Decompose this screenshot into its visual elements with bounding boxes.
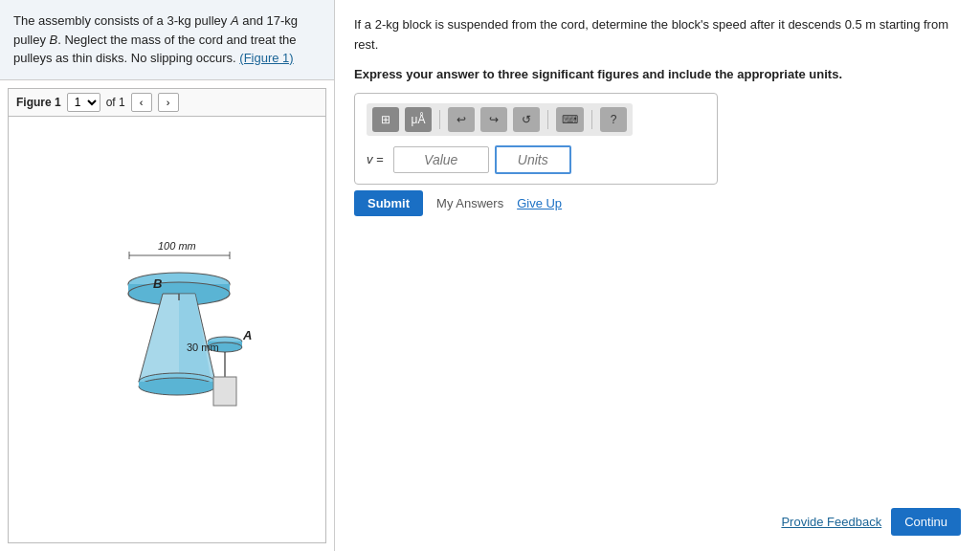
grid-icon: ⊞ [381, 113, 390, 126]
figure-toolbar: Figure 1 1 of 1 ‹ › [9, 89, 325, 117]
value-input[interactable] [393, 146, 489, 173]
continue-button[interactable]: Continu [891, 508, 961, 536]
svg-text:30 mm: 30 mm [187, 342, 219, 353]
mu-icon: μÅ [412, 113, 426, 126]
svg-text:A: A [242, 328, 252, 342]
help-icon: ? [611, 113, 617, 126]
figure-image: 100 mm B [62, 229, 273, 430]
svg-marker-9 [179, 294, 211, 377]
toolbar-divider-1 [439, 110, 440, 129]
figure-content: 100 mm B [9, 117, 325, 543]
submit-button[interactable]: Submit [354, 190, 423, 216]
svg-rect-12 [139, 382, 215, 386]
my-answers-link[interactable]: My Answers [436, 196, 503, 210]
redo-button[interactable]: ↪ [480, 107, 507, 132]
right-panel: If a 2-kg block is suspended from the co… [335, 0, 980, 551]
problem-description: The assembly consists of a 3-kg pulley A… [0, 0, 334, 80]
answer-box: ⊞ μÅ ↩ ↪ ↺ ⌨ ? v = [354, 93, 718, 185]
grid-icon-button[interactable]: ⊞ [372, 107, 399, 132]
keyboard-icon: ⌨ [562, 113, 578, 126]
units-input[interactable] [495, 145, 571, 174]
figure-label: Figure 1 [16, 96, 61, 109]
figure-select[interactable]: 1 [67, 93, 100, 112]
pulley-a-label: A [231, 13, 239, 28]
toolbar-divider-3 [591, 110, 592, 129]
mu-button[interactable]: μÅ [405, 107, 432, 132]
figure-panel: Figure 1 1 of 1 ‹ › 100 mm B [8, 88, 326, 544]
undo-button[interactable]: ↩ [448, 107, 475, 132]
figure-next-button[interactable]: › [158, 93, 179, 112]
svg-text:100 mm: 100 mm [158, 240, 196, 252]
figure-of-label: of 1 [106, 96, 125, 109]
figure-link[interactable]: (Figure 1) [239, 51, 293, 65]
pulley-b-label: B [50, 33, 58, 47]
svg-text:B: B [153, 276, 162, 291]
v-label: v = [367, 152, 384, 166]
refresh-icon: ↺ [522, 113, 531, 126]
give-up-link[interactable]: Give Up [517, 196, 562, 210]
help-button[interactable]: ? [600, 107, 627, 132]
formula-toolbar: ⊞ μÅ ↩ ↪ ↺ ⌨ ? [367, 103, 633, 136]
instructions-text: Express your answer to three significant… [354, 67, 961, 81]
action-row: Submit My Answers Give Up [354, 190, 961, 216]
input-row: v = [367, 145, 705, 174]
svg-rect-19 [213, 377, 236, 406]
feedback-link[interactable]: Provide Feedback [781, 515, 881, 529]
redo-icon: ↪ [489, 113, 499, 126]
question-text: If a 2-kg block is suspended from the co… [354, 15, 961, 55]
toolbar-divider-2 [547, 110, 548, 129]
left-panel: The assembly consists of a 3-kg pulley A… [0, 0, 335, 551]
figure-prev-button[interactable]: ‹ [131, 93, 152, 112]
keyboard-button[interactable]: ⌨ [556, 107, 584, 132]
refresh-button[interactable]: ↺ [513, 107, 540, 132]
problem-text-1: The assembly consists of a 3-kg pulley [13, 13, 231, 28]
undo-icon: ↩ [457, 113, 466, 126]
bottom-row: Provide Feedback Continu [354, 489, 961, 536]
